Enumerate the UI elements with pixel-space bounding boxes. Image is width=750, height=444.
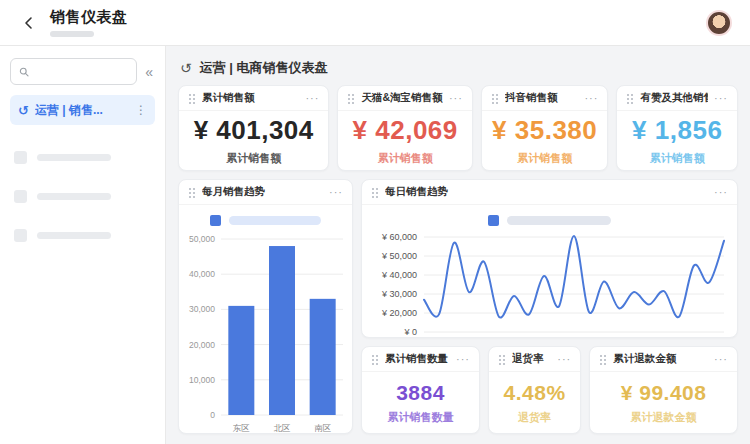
drag-handle-icon[interactable] <box>599 353 607 365</box>
legend-swatch <box>488 215 499 226</box>
monthly-sales-bar-chart: 50,00040,00030,00020,00010,0000东区北区南区 <box>179 231 352 433</box>
kpi-value: ¥ 35.380 <box>492 115 597 146</box>
kpi-label: 累计销售额 <box>517 151 572 166</box>
legend-swatch <box>210 215 221 226</box>
svg-text:¥ 30,000: ¥ 30,000 <box>381 289 417 299</box>
kpi-card-douyin: 抖音销售额 ··· ¥ 35.380 累计销售额 <box>481 85 609 171</box>
sidebar: « ↺ 运营 | 销售... ⋮ <box>0 46 166 444</box>
kpi-value: 4.48% <box>504 381 566 405</box>
history-clock-icon: ↺ <box>180 60 192 76</box>
sidebar-skeleton-row <box>10 151 155 164</box>
dashboard-title: 运营 | 电商销售仪表盘 <box>200 59 328 77</box>
drag-handle-icon[interactable] <box>498 353 506 365</box>
svg-text:30,000: 30,000 <box>189 304 215 314</box>
chart-legend <box>362 209 737 231</box>
search-input[interactable] <box>35 65 128 79</box>
page-title: 销售仪表盘 <box>50 8 128 27</box>
kpi-label: 累计销售数量 <box>388 410 454 425</box>
monthly-sales-chart-card: 每月销售趋势 ··· 50,00040,00030,00020,00010,00… <box>178 179 353 434</box>
kpi-card-total-sales: 累计销售额 ··· ¥ 401,304 累计销售额 <box>178 85 329 171</box>
svg-text:北区: 北区 <box>274 423 291 433</box>
search-box[interactable] <box>10 58 137 85</box>
card-menu-icon[interactable]: ··· <box>714 186 728 198</box>
sidebar-skeleton-row <box>10 229 155 242</box>
kpi-label: 累计销售额 <box>378 151 433 166</box>
card-title: 累计销售额 <box>202 91 299 105</box>
skeleton-text <box>37 193 111 200</box>
chevron-left-icon <box>22 16 36 30</box>
svg-text:0: 0 <box>210 410 215 420</box>
svg-text:10,000: 10,000 <box>189 375 215 385</box>
card-title: 累计退款金额 <box>613 352 708 366</box>
kpi-card-return-rate: 退货率 ··· 4.48% 退货率 <box>488 346 581 434</box>
sidebar-item-label: 运营 | 销售... <box>35 102 129 119</box>
kpi-label: 累计销售额 <box>226 151 281 166</box>
collapse-sidebar-icon[interactable]: « <box>143 64 155 80</box>
card-title: 每日销售趋势 <box>385 185 708 199</box>
skeleton-icon <box>14 151 27 164</box>
skeleton-icon <box>14 190 27 203</box>
daily-sales-line-chart: ¥ 60,000¥ 50,000¥ 40,000¥ 30,000¥ 20,000… <box>362 231 737 337</box>
svg-text:¥ 40,000: ¥ 40,000 <box>381 270 417 280</box>
card-title: 退货率 <box>512 352 551 366</box>
svg-text:¥ 0: ¥ 0 <box>403 327 417 337</box>
svg-text:40,000: 40,000 <box>189 269 215 279</box>
drag-handle-icon[interactable] <box>491 92 499 104</box>
legend-skeleton <box>507 216 611 225</box>
dashboard-content: ↺ 运营 | 电商销售仪表盘 累计销售额 ··· ¥ 401,304 累计销售额 <box>166 46 750 444</box>
svg-text:50,000: 50,000 <box>189 234 215 244</box>
kpi-value: ¥ 42,069 <box>353 115 458 146</box>
card-menu-icon[interactable]: ··· <box>714 92 728 104</box>
card-menu-icon[interactable]: ··· <box>557 353 571 365</box>
drag-handle-icon[interactable] <box>626 92 634 104</box>
kpi-card-total-quantity: 累计销售数量 ··· 3884 累计销售数量 <box>361 346 480 434</box>
kpi-value: ¥ 1,856 <box>632 115 722 146</box>
kpi-value: 3884 <box>396 381 445 405</box>
card-title: 有赞及其他销售额 <box>640 91 708 105</box>
svg-text:20,000: 20,000 <box>189 340 215 350</box>
card-menu-icon[interactable]: ··· <box>456 353 470 365</box>
kpi-label: 退货率 <box>518 410 551 425</box>
card-menu-icon[interactable]: ··· <box>584 92 598 104</box>
skeleton-text <box>37 154 111 161</box>
svg-text:南区: 南区 <box>314 423 331 433</box>
history-clock-icon: ↺ <box>18 104 29 117</box>
svg-text:¥ 20,000: ¥ 20,000 <box>381 308 417 318</box>
sidebar-skeleton-row <box>10 190 155 203</box>
card-title: 每月销售趋势 <box>202 185 323 199</box>
legend-skeleton <box>229 216 321 225</box>
drag-handle-icon[interactable] <box>188 186 196 198</box>
kpi-label: 累计销售额 <box>650 151 705 166</box>
svg-text:东区: 东区 <box>233 423 250 433</box>
card-menu-icon[interactable]: ··· <box>449 92 463 104</box>
back-button[interactable] <box>18 12 40 34</box>
card-title: 累计销售数量 <box>385 352 450 366</box>
kpi-card-youzan-other: 有赞及其他销售额 ··· ¥ 1,856 累计销售额 <box>616 85 738 171</box>
drag-handle-icon[interactable] <box>188 92 196 104</box>
user-avatar[interactable] <box>706 10 732 36</box>
svg-text:¥ 60,000: ¥ 60,000 <box>381 232 417 242</box>
kpi-value: ¥ 99.408 <box>621 381 707 405</box>
chart-legend <box>179 209 352 231</box>
card-title: 天猫&淘宝销售额 <box>361 91 443 105</box>
sidebar-item-dashboard[interactable]: ↺ 运营 | 销售... ⋮ <box>10 95 155 125</box>
kpi-value: ¥ 401,304 <box>194 115 314 146</box>
kpi-card-tmall-taobao: 天猫&淘宝销售额 ··· ¥ 42,069 累计销售额 <box>337 85 473 171</box>
card-menu-icon[interactable]: ··· <box>305 92 319 104</box>
top-bar: 销售仪表盘 <box>0 0 750 46</box>
kpi-card-total-refund: 累计退款金额 ··· ¥ 99.408 累计退款金额 <box>589 346 738 434</box>
daily-sales-chart-card: 每日销售趋势 ··· ¥ 60,000¥ 50,000¥ 40,000¥ 30,… <box>361 179 738 338</box>
skeleton-text <box>37 232 111 239</box>
search-icon <box>19 66 29 78</box>
drag-handle-icon[interactable] <box>347 92 355 104</box>
card-menu-icon[interactable]: ··· <box>329 186 343 198</box>
drag-handle-icon[interactable] <box>371 186 379 198</box>
title-skeleton <box>50 31 94 37</box>
card-menu-icon[interactable]: ··· <box>714 353 728 365</box>
svg-text:¥ 50,000: ¥ 50,000 <box>381 251 417 261</box>
kpi-label: 累计退款金额 <box>631 410 697 425</box>
drag-handle-icon[interactable] <box>371 353 379 365</box>
card-title: 抖音销售额 <box>505 91 579 105</box>
item-menu-icon[interactable]: ⋮ <box>135 103 147 117</box>
skeleton-icon <box>14 229 27 242</box>
